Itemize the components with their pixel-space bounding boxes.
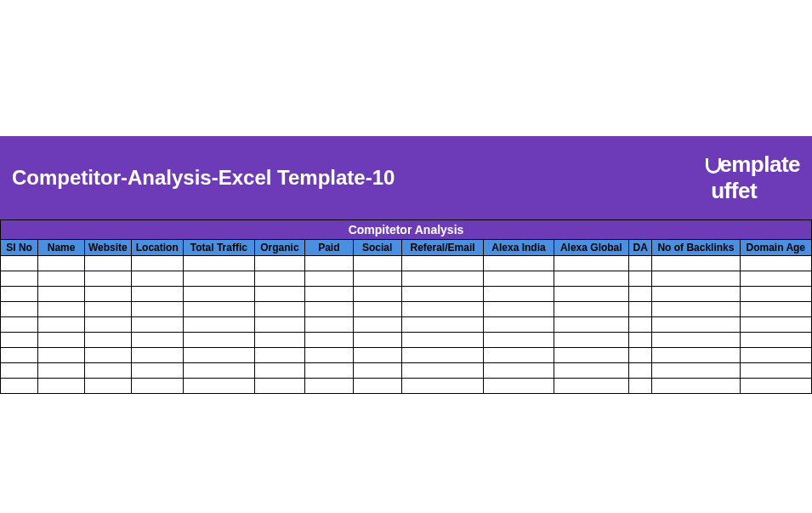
table-cell[interactable] — [1, 363, 38, 379]
table-cell[interactable] — [38, 363, 85, 379]
table-cell[interactable] — [484, 379, 554, 394]
table-cell[interactable] — [254, 317, 304, 333]
table-cell[interactable] — [254, 287, 304, 302]
table-cell[interactable] — [131, 317, 183, 333]
col-header-location[interactable]: Location — [131, 240, 183, 256]
table-cell[interactable] — [554, 379, 628, 394]
table-cell[interactable] — [84, 379, 131, 394]
table-cell[interactable] — [353, 363, 401, 379]
table-cell[interactable] — [484, 348, 554, 363]
table-cell[interactable] — [304, 333, 353, 348]
table-cell[interactable] — [484, 333, 554, 348]
table-cell[interactable] — [254, 271, 304, 287]
table-cell[interactable] — [183, 302, 254, 317]
table-cell[interactable] — [131, 379, 183, 394]
table-cell[interactable] — [1, 256, 38, 271]
table-cell[interactable] — [484, 302, 554, 317]
table-cell[interactable] — [131, 271, 183, 287]
table-cell[interactable] — [183, 379, 254, 394]
table-cell[interactable] — [629, 302, 652, 317]
table-cell[interactable] — [183, 271, 254, 287]
table-cell[interactable] — [484, 287, 554, 302]
col-header-total-traffic[interactable]: Total Traffic — [183, 240, 254, 256]
table-cell[interactable] — [652, 348, 740, 363]
table-cell[interactable] — [254, 256, 304, 271]
col-header-referal[interactable]: Referal/Email — [401, 240, 484, 256]
table-cell[interactable] — [554, 363, 628, 379]
table-cell[interactable] — [38, 317, 85, 333]
table-cell[interactable] — [629, 379, 652, 394]
col-header-backlinks[interactable]: No of Backlinks — [652, 240, 740, 256]
table-cell[interactable] — [254, 348, 304, 363]
table-cell[interactable] — [652, 302, 740, 317]
table-cell[interactable] — [183, 348, 254, 363]
table-cell[interactable] — [84, 348, 131, 363]
table-cell[interactable] — [84, 363, 131, 379]
table-cell[interactable] — [484, 256, 554, 271]
table-cell[interactable] — [1, 348, 38, 363]
table-cell[interactable] — [353, 271, 401, 287]
table-cell[interactable] — [304, 256, 353, 271]
table-cell[interactable] — [304, 317, 353, 333]
table-cell[interactable] — [652, 256, 740, 271]
col-header-da[interactable]: DA — [629, 240, 652, 256]
table-cell[interactable] — [353, 256, 401, 271]
table-cell[interactable] — [353, 287, 401, 302]
col-header-website[interactable]: Website — [84, 240, 131, 256]
table-cell[interactable] — [484, 271, 554, 287]
table-cell[interactable] — [131, 333, 183, 348]
table-cell[interactable] — [304, 287, 353, 302]
table-cell[interactable] — [38, 348, 85, 363]
table-cell[interactable] — [131, 348, 183, 363]
table-cell[interactable] — [304, 302, 353, 317]
table-cell[interactable] — [1, 287, 38, 302]
table-cell[interactable] — [401, 379, 484, 394]
table-cell[interactable] — [740, 256, 811, 271]
table-cell[interactable] — [629, 363, 652, 379]
table-cell[interactable] — [652, 271, 740, 287]
table-cell[interactable] — [401, 287, 484, 302]
table-cell[interactable] — [254, 333, 304, 348]
table-cell[interactable] — [304, 363, 353, 379]
table-cell[interactable] — [484, 363, 554, 379]
table-cell[interactable] — [38, 333, 85, 348]
table-cell[interactable] — [38, 379, 85, 394]
table-cell[interactable] — [353, 348, 401, 363]
table-cell[interactable] — [353, 302, 401, 317]
table-cell[interactable] — [401, 256, 484, 271]
table-cell[interactable] — [629, 287, 652, 302]
table-cell[interactable] — [629, 333, 652, 348]
table-cell[interactable] — [740, 302, 811, 317]
col-header-alexa-global[interactable]: Alexa Global — [554, 240, 628, 256]
table-cell[interactable] — [401, 271, 484, 287]
table-cell[interactable] — [629, 271, 652, 287]
table-cell[interactable] — [1, 333, 38, 348]
table-cell[interactable] — [629, 256, 652, 271]
table-cell[interactable] — [740, 287, 811, 302]
table-cell[interactable] — [131, 287, 183, 302]
table-cell[interactable] — [84, 287, 131, 302]
col-header-social[interactable]: Social — [353, 240, 401, 256]
table-cell[interactable] — [183, 317, 254, 333]
table-cell[interactable] — [84, 333, 131, 348]
table-cell[interactable] — [740, 348, 811, 363]
table-cell[interactable] — [401, 302, 484, 317]
table-cell[interactable] — [183, 363, 254, 379]
col-header-domain-age[interactable]: Domain Age — [740, 240, 811, 256]
col-header-alexa-india[interactable]: Alexa India — [484, 240, 554, 256]
table-cell[interactable] — [652, 333, 740, 348]
table-cell[interactable] — [304, 379, 353, 394]
table-cell[interactable] — [1, 271, 38, 287]
table-cell[interactable] — [740, 379, 811, 394]
table-cell[interactable] — [652, 287, 740, 302]
table-cell[interactable] — [554, 302, 628, 317]
col-header-slno[interactable]: Sl No — [1, 240, 38, 256]
col-header-paid[interactable]: Paid — [304, 240, 353, 256]
table-cell[interactable] — [554, 348, 628, 363]
table-cell[interactable] — [1, 302, 38, 317]
table-cell[interactable] — [131, 256, 183, 271]
table-cell[interactable] — [353, 317, 401, 333]
table-cell[interactable] — [554, 317, 628, 333]
table-cell[interactable] — [84, 256, 131, 271]
col-header-organic[interactable]: Organic — [254, 240, 304, 256]
